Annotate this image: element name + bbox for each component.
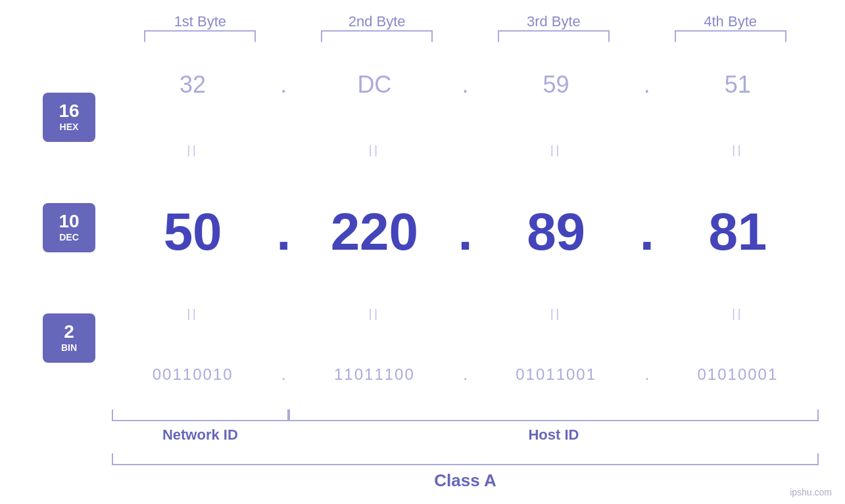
byte-label-2: 2nd Byte — [289, 13, 466, 30]
hex-val-2: DC — [357, 71, 391, 98]
values-area: 32 . DC . 59 . 51 || || || || 50 — [112, 49, 819, 406]
base-labels-col: 16 HEX 10 DEC 2 BIN — [26, 49, 112, 406]
convert-symbol-3: || — [550, 143, 562, 156]
class-label: Class A — [112, 470, 819, 491]
hex-badge: 16 HEX — [43, 93, 95, 142]
hex-val-4: 51 — [725, 71, 751, 98]
hex-dot-3: . — [644, 71, 650, 98]
byte-labels-row: 1st Byte 2nd Byte 3rd Byte 4th Byte — [26, 13, 819, 30]
bin-badge: 2 BIN — [43, 313, 95, 363]
main-container: 1st Byte 2nd Byte 3rd Byte 4th Byte 16 H… — [0, 0, 845, 504]
top-bracket-4 — [675, 30, 786, 42]
class-bracket-row — [112, 453, 819, 465]
convert-symbol-2: || — [369, 143, 380, 156]
bin-val-2: 11011100 — [334, 365, 415, 383]
dec-val-1: 50 — [164, 202, 222, 261]
hex-base-name: HEX — [60, 122, 79, 132]
bin-val-1: 00110010 — [153, 365, 233, 383]
convert-symbol-1: || — [187, 143, 198, 156]
bin-dot-2: . — [463, 365, 468, 383]
convert-symbol-8: || — [732, 307, 743, 320]
dec-dot-2: . — [458, 202, 472, 261]
bin-base-name: BIN — [61, 342, 77, 353]
hex-dot-2: . — [462, 71, 468, 98]
hex-dot-1: . — [280, 71, 287, 98]
convert-row-hex-dec: || || || || — [112, 143, 819, 157]
bottom-brackets-row — [112, 409, 819, 421]
hex-base-number: 16 — [59, 102, 79, 120]
dec-row: 50 . 220 . 89 . 81 — [112, 202, 819, 262]
content-area: 16 HEX 10 DEC 2 BIN 32 . DC . 59 . 51 — [26, 49, 819, 406]
byte-label-1: 1st Byte — [112, 13, 289, 30]
top-brackets-row — [26, 30, 819, 42]
convert-symbol-4: || — [732, 143, 743, 156]
bottom-bracket-netid — [112, 409, 289, 421]
bin-dot-1: . — [281, 365, 286, 383]
byte-label-4: 4th Byte — [642, 13, 819, 30]
top-bracket-2 — [321, 30, 433, 42]
bin-base-number: 2 — [64, 323, 74, 341]
network-id-label: Network ID — [112, 426, 289, 444]
bin-dot-3: . — [644, 365, 649, 383]
convert-symbol-6: || — [369, 307, 380, 320]
class-section: Class A — [26, 453, 819, 491]
dec-val-4: 81 — [708, 202, 767, 261]
dec-base-number: 10 — [59, 212, 79, 231]
convert-symbol-5: || — [187, 307, 198, 320]
bin-row: 00110010 . 11011100 . 01011001 . 0101000… — [112, 365, 819, 384]
convert-row-dec-bin: || || || || — [112, 307, 819, 321]
bin-val-3: 01011001 — [516, 365, 596, 383]
hex-val-1: 32 — [180, 71, 206, 98]
bottom-labels-row: Network ID Host ID — [112, 426, 819, 444]
dec-val-2: 220 — [331, 202, 418, 261]
footer: ipshu.com — [790, 487, 832, 497]
bin-val-4: 01010001 — [697, 365, 778, 383]
dec-val-3: 89 — [527, 202, 585, 261]
hex-row: 32 . DC . 59 . 51 — [112, 71, 819, 99]
top-bracket-1 — [144, 30, 256, 42]
convert-symbol-7: || — [550, 307, 562, 320]
dec-base-name: DEC — [59, 232, 79, 242]
dec-dot-3: . — [640, 202, 654, 261]
hex-val-3: 59 — [543, 71, 569, 98]
dec-badge: 10 DEC — [43, 203, 95, 252]
byte-label-3: 3rd Byte — [466, 13, 642, 30]
dec-dot-1: . — [276, 202, 291, 261]
top-bracket-3 — [498, 30, 610, 42]
host-id-label: Host ID — [289, 426, 819, 444]
bottom-bracket-hostid — [289, 409, 819, 421]
bottom-section: Network ID Host ID — [26, 409, 819, 453]
